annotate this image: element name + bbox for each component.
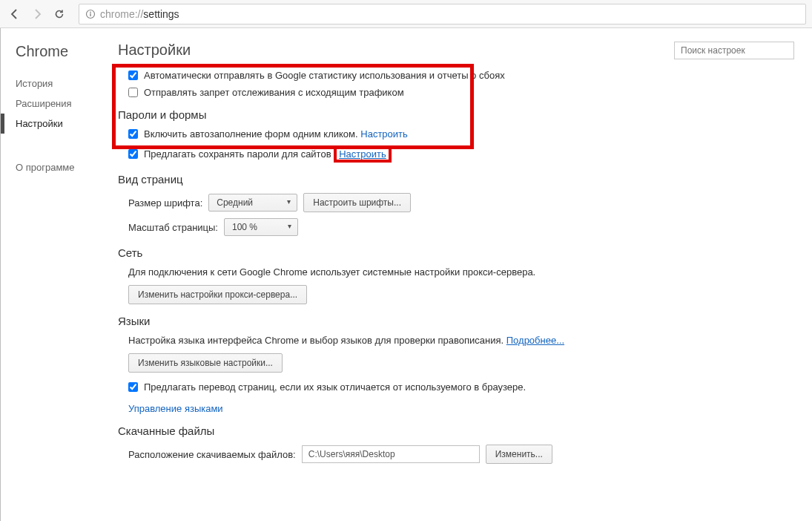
font-size-label: Размер шрифта:	[128, 197, 202, 209]
manage-languages-link[interactable]: Управление языками	[128, 403, 223, 414]
section-title-appearance: Вид страниц	[118, 173, 794, 186]
translate-text: Предлагать перевод страниц, если их язык…	[144, 381, 526, 393]
forward-button[interactable]	[28, 5, 46, 23]
section-title-languages: Языки	[118, 315, 794, 327]
highlight-box-small: Настроить	[334, 145, 392, 163]
checkbox-translate-label[interactable]: Предлагать перевод страниц, если их язык…	[118, 381, 526, 393]
customize-fonts-button[interactable]: Настроить шрифты...	[303, 193, 411, 212]
svg-rect-2	[90, 13, 90, 16]
checkbox-autofill[interactable]	[128, 129, 138, 139]
section-title-downloads: Скачанные файлы	[118, 425, 794, 437]
languages-more-link[interactable]: Подробнее...	[506, 335, 564, 346]
download-change-button[interactable]: Изменить...	[486, 445, 552, 464]
browser-toolbar: chrome://settings	[0, 0, 812, 28]
checkbox-autofill-label[interactable]: Включить автозаполнение форм одним клико…	[118, 128, 408, 140]
proxy-settings-button[interactable]: Изменить настройки прокси-сервера...	[128, 285, 307, 304]
save-passwords-link[interactable]: Настроить	[339, 148, 386, 160]
sidebar-item-settings[interactable]: Настройки	[1, 114, 112, 134]
info-icon	[85, 9, 96, 19]
address-bar[interactable]: chrome://settings	[79, 4, 806, 24]
languages-desc: Настройка языка интерфейса Chrome и выбо…	[128, 335, 794, 346]
settings-content: Настройки Автоматически отправлять в Goo…	[112, 28, 812, 521]
font-size-select[interactable]: Средний	[208, 194, 297, 212]
checkbox-do-not-track[interactable]	[128, 88, 138, 97]
url-text: chrome://settings	[100, 8, 179, 20]
language-settings-button[interactable]: Изменить языковые настройки...	[128, 353, 283, 373]
checkbox-dnt-label[interactable]: Отправлять запрет отслеживания с исходящ…	[118, 87, 404, 98]
sidebar-item-about[interactable]: О программе	[1, 157, 112, 177]
download-location-label: Расположение скачиваемых файлов:	[128, 449, 296, 460]
checkbox-send-stats-label[interactable]: Автоматически отправлять в Google статис…	[118, 70, 505, 81]
svg-point-1	[90, 11, 91, 13]
page-title: Настройки	[118, 42, 191, 59]
zoom-label: Масштаб страницы:	[128, 222, 218, 233]
section-title-passwords: Пароли и формы	[118, 108, 794, 121]
checkbox-translate[interactable]	[128, 382, 138, 392]
checkbox-save-passwords-label[interactable]: Предлагать сохранять пароли для сайтов Н…	[118, 145, 392, 163]
search-input[interactable]	[674, 42, 794, 59]
checkbox-send-stats[interactable]	[128, 71, 138, 80]
back-button[interactable]	[6, 5, 24, 23]
dnt-text: Отправлять запрет отслеживания с исходящ…	[144, 87, 404, 98]
autofill-text: Включить автозаполнение форм одним клико…	[144, 128, 358, 140]
sidebar-item-extensions[interactable]: Расширения	[1, 94, 112, 114]
download-location-field[interactable]	[302, 445, 480, 463]
section-title-network: Сеть	[118, 246, 794, 259]
send-stats-text: Автоматически отправлять в Google статис…	[144, 70, 505, 81]
reload-button[interactable]	[50, 5, 68, 23]
zoom-select[interactable]: 100 %	[224, 218, 298, 236]
sidebar: Chrome История Расширения Настройки О пр…	[1, 28, 112, 521]
sidebar-title: Chrome	[1, 43, 112, 73]
network-desc: Для подключения к сети Google Chrome исп…	[128, 266, 794, 278]
sidebar-item-history[interactable]: История	[1, 73, 112, 94]
autofill-configure-link[interactable]: Настроить	[360, 128, 408, 140]
save-passwords-text: Предлагать сохранять пароли для сайтов	[144, 148, 331, 160]
checkbox-save-passwords[interactable]	[128, 149, 138, 159]
